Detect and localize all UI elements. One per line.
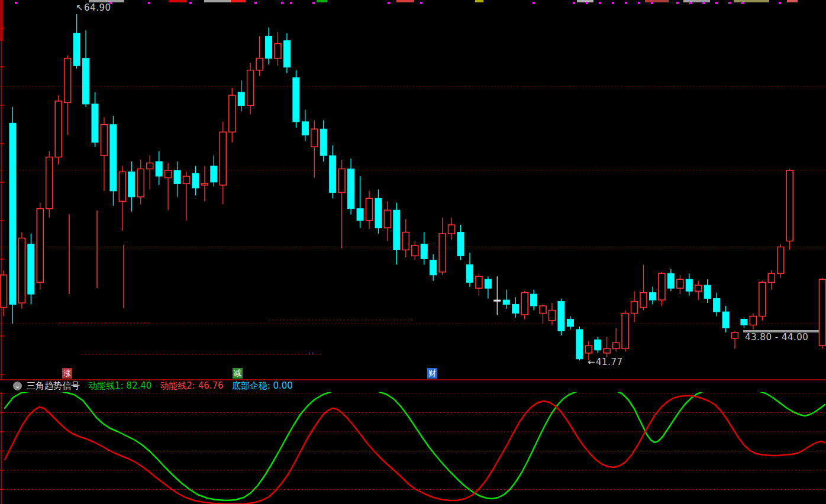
indicator-value-line2: 动能线2: 46.76 [160,380,223,392]
indicator-value-line1: 动能线1: 82.40 [88,380,151,392]
tag-zhang[interactable]: 涨 [62,368,72,379]
tag-jian[interactable]: 减 [233,368,243,379]
indicator-header: ⌄ 三角趋势信号 动能线1: 82.40 动能线2: 46.76 底部企稳: 0… [0,380,826,392]
high-price-value: 64.90 [84,2,111,13]
collapse-chevron-icon[interactable]: ⌄ [13,382,22,390]
up-left-arrow-icon: ↖ [76,2,83,13]
high-price-annotation: ↖64.90 [76,2,111,13]
candlestick-chart[interactable] [0,0,826,380]
low-price-annotation: ←41.77 [588,357,623,367]
low-price-value: 41.77 [596,357,622,367]
left-arrow-icon: ← [588,357,595,367]
tag-cai[interactable]: 财 [427,368,437,379]
oscillator-chart[interactable] [0,392,826,504]
stock-app-screen: { "colors": { "background": "#000000", "… [0,0,826,504]
price-range-annotation: 43.80 - 44.00 [745,332,808,343]
price-range-value: 43.80 - 44.00 [745,332,808,343]
indicator-title[interactable]: 三角趋势信号 [27,380,80,392]
indicator-value-bottom: 底部企稳: 0.00 [232,380,293,392]
